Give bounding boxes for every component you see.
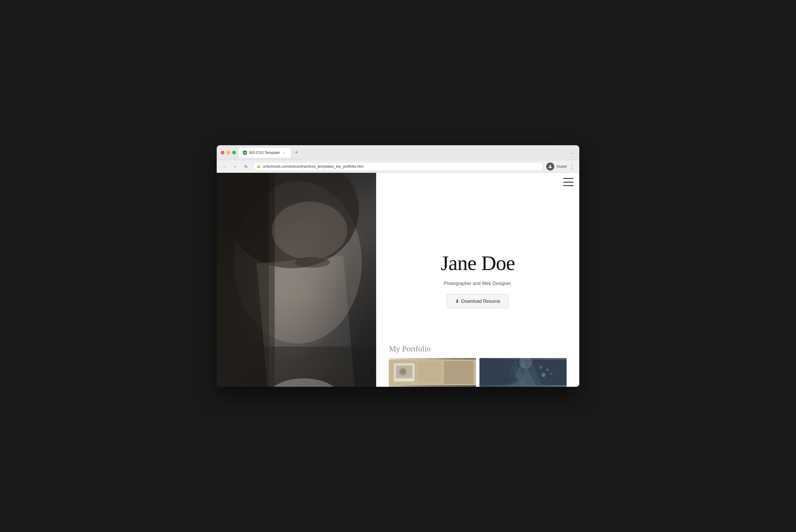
guest-label: Guest (557, 164, 567, 169)
svg-point-5 (272, 202, 347, 260)
svg-rect-36 (505, 367, 515, 381)
portfolio-bottom: My Portfolio (376, 341, 579, 387)
svg-point-0 (550, 165, 551, 166)
download-resume-label: Download Resume (461, 299, 500, 304)
hero-subtitle: Photographer and Web Designer. (444, 281, 512, 286)
hero-name: Jane Doe (441, 251, 515, 275)
minimize-button[interactable] (226, 151, 230, 154)
svg-point-34 (550, 373, 552, 375)
hero-section: Jane Doe Photographer and Web Designer. … (376, 173, 579, 387)
svg-point-9 (315, 252, 316, 253)
fullscreen-button[interactable] (232, 151, 236, 154)
hamburger-line-2 (563, 182, 574, 183)
address-bar: ‹ › ↻ 🔒 w3schools.com/w3css/tryw3css_tem… (217, 160, 579, 173)
portfolio-thumbnail-1[interactable] (389, 358, 476, 387)
back-button[interactable]: ‹ (220, 163, 228, 171)
lock-icon: 🔒 (257, 165, 261, 168)
tab-close-button[interactable]: × (282, 150, 286, 155)
thumb-svg-1 (389, 358, 476, 387)
chevron-down-icon: ⌄ (571, 151, 574, 155)
title-bar: w W3.CSS Template × + ⌄ (217, 145, 579, 160)
portrait-svg (217, 173, 376, 387)
title-bar-right: ⌄ (570, 150, 575, 156)
svg-rect-25 (419, 362, 442, 382)
portfolio-title: My Portfolio (389, 344, 567, 354)
forward-button[interactable]: › (231, 163, 239, 171)
download-resume-button[interactable]: ⬇ Download Resume (447, 294, 508, 308)
browser-window: w W3.CSS Template × + ⌄ ‹ › ↻ 🔒 w3school… (217, 145, 579, 387)
svg-point-8 (306, 247, 307, 248)
svg-point-31 (542, 373, 545, 377)
hamburger-menu-button[interactable] (563, 178, 574, 186)
svg-point-11 (320, 249, 322, 250)
svg-point-13 (311, 244, 312, 246)
refresh-button[interactable]: ↻ (242, 163, 250, 171)
hamburger-line-1 (563, 178, 574, 179)
svg-point-12 (303, 258, 304, 259)
more-options-button[interactable]: ⋮ (569, 163, 576, 170)
svg-point-33 (540, 366, 543, 369)
download-icon: ⬇ (455, 299, 459, 304)
hamburger-line-3 (563, 185, 574, 186)
user-avatar-icon (546, 163, 554, 171)
url-bar[interactable]: 🔒 w3schools.com/w3css/tryw3css_templates… (253, 162, 543, 171)
tab-bar: w W3.CSS Template × + (239, 148, 567, 157)
portfolio-thumbnail-2[interactable] (479, 358, 567, 387)
svg-rect-26 (444, 361, 474, 384)
svg-point-24 (400, 369, 406, 374)
svg-point-10 (299, 254, 300, 255)
active-tab[interactable]: w W3.CSS Template × (239, 148, 291, 157)
tab-favicon-icon: w (243, 151, 247, 155)
address-bar-right: Guest ⋮ (546, 163, 576, 171)
portrait-background (217, 173, 376, 387)
tab-title: W3.CSS Template (249, 150, 280, 155)
traffic-lights (221, 151, 236, 154)
svg-point-7 (301, 250, 303, 252)
portrait-section (217, 173, 376, 387)
new-tab-button[interactable]: + (292, 149, 300, 157)
close-button[interactable] (221, 151, 224, 154)
svg-point-32 (546, 369, 549, 371)
thumb-svg-2 (479, 358, 567, 387)
portfolio-grid (389, 358, 567, 387)
url-text: w3schools.com/w3css/tryw3css_templates_b… (263, 164, 364, 169)
page-content: Jane Doe Photographer and Web Designer. … (217, 173, 579, 387)
